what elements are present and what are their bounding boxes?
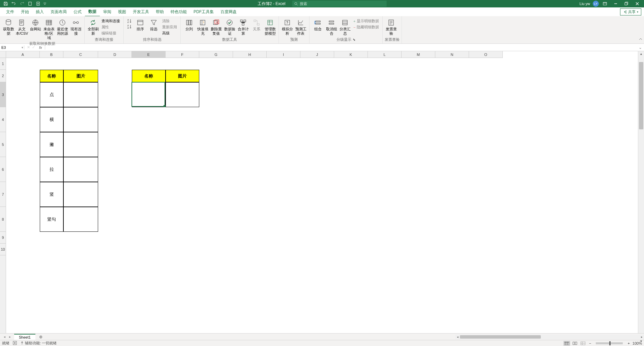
col-header-G[interactable]: G <box>199 51 233 58</box>
scroll-up-button[interactable]: ▲ <box>638 51 644 57</box>
recent-sources-button[interactable]: 最近使用的源 <box>56 18 69 36</box>
page-break-view-button[interactable] <box>580 341 586 346</box>
get-data-button[interactable]: 获取数据 <box>2 18 15 36</box>
cell[interactable]: 拉 <box>40 157 63 182</box>
invoice-check-button[interactable]: 发票查验 <box>385 18 398 36</box>
cell[interactable] <box>63 157 98 182</box>
add-sheet-button[interactable]: ⊕ <box>37 335 44 339</box>
data-model-button[interactable]: 管理数据模型 <box>264 18 276 36</box>
collapse-ribbon-button[interactable] <box>639 37 643 42</box>
cell[interactable]: 图片 <box>166 70 199 82</box>
cell[interactable]: 名称 <box>40 70 63 82</box>
col-header-O[interactable]: O <box>469 51 503 58</box>
filter-button[interactable]: 筛选 <box>147 18 160 32</box>
cells-grid[interactable]: 名称图片点横撇拉竖竖勾名称图片 <box>6 58 638 333</box>
tab-developer[interactable]: 开发工具 <box>129 8 152 16</box>
group-button[interactable]: 组合 <box>312 18 324 32</box>
tab-baidu[interactable]: 百度网盘 <box>217 8 240 16</box>
tab-special[interactable]: 特色功能 <box>167 8 190 16</box>
cell[interactable]: 撇 <box>40 132 63 157</box>
row-header-6[interactable]: 6 <box>0 157 6 182</box>
sheet-nav-next[interactable]: ▸ <box>7 335 12 339</box>
row-header-9[interactable]: 9 <box>0 232 6 244</box>
row-header-10[interactable]: 10 <box>0 244 6 255</box>
cell[interactable]: 名称 <box>132 70 166 82</box>
forecast-sheet-button[interactable]: 预测工作表 <box>294 18 307 36</box>
sheet-tab-sheet1[interactable]: Sheet1 <box>14 334 35 340</box>
ribbon-display-button[interactable] <box>600 1 610 7</box>
col-header-K[interactable]: K <box>334 51 368 58</box>
col-header-M[interactable]: M <box>402 51 435 58</box>
cell[interactable]: 点 <box>40 82 63 107</box>
row-header-2[interactable]: 2 <box>0 70 6 82</box>
search-box[interactable]: 搜索 <box>292 1 386 7</box>
user-avatar[interactable]: LY <box>593 1 599 7</box>
col-header-C[interactable]: C <box>63 51 98 58</box>
undo-button[interactable] <box>10 1 18 7</box>
properties-button[interactable]: 属性 <box>100 24 121 30</box>
tab-file[interactable]: 文件 <box>3 8 18 16</box>
row-header-3[interactable]: 3 <box>0 82 6 107</box>
advanced-filter-button[interactable]: 高级 <box>161 30 178 36</box>
user-name[interactable]: Liu yw <box>580 2 590 6</box>
sort-asc-button[interactable]: AZ <box>126 18 133 24</box>
cell[interactable]: 竖勾 <box>40 207 63 232</box>
row-header-1[interactable]: 1 <box>0 58 6 70</box>
qat-doc1-icon[interactable] <box>26 1 34 7</box>
tab-data[interactable]: 数据 <box>85 7 100 17</box>
restore-button[interactable] <box>622 1 631 7</box>
tab-pdf[interactable]: PDF工具集 <box>190 8 217 16</box>
col-header-F[interactable]: F <box>166 51 199 58</box>
cancel-formula-button[interactable]: ✕ <box>27 45 30 50</box>
expand-formula-button[interactable]: ⌄ <box>637 45 644 50</box>
vertical-scrollbar[interactable]: ▲ ▼ <box>638 51 644 333</box>
ungroup-button[interactable]: 取消组合 <box>325 18 338 36</box>
col-header-J[interactable]: J <box>300 51 334 58</box>
show-detail-button[interactable]: +显示明细数据 <box>352 18 380 24</box>
tab-formulas[interactable]: 公式 <box>70 8 85 16</box>
tab-view[interactable]: 视图 <box>115 8 129 16</box>
cell[interactable] <box>63 132 98 157</box>
macro-record-icon[interactable] <box>13 341 17 346</box>
col-header-D[interactable]: D <box>98 51 132 58</box>
row-header-4[interactable]: 4 <box>0 107 6 132</box>
consolidate-button[interactable]: 合并计算 <box>237 18 250 36</box>
hscroll-thumb[interactable] <box>460 335 541 339</box>
hide-detail-button[interactable]: −隐藏明细数据 <box>352 24 380 30</box>
row-header-7[interactable]: 7 <box>0 182 6 207</box>
scroll-right-button[interactable]: ▸ <box>639 335 644 339</box>
scroll-down-button[interactable]: ▼ <box>638 339 644 344</box>
reapply-button[interactable]: 重新应用 <box>161 24 178 30</box>
col-header-L[interactable]: L <box>368 51 402 58</box>
cell[interactable]: 图片 <box>63 70 98 82</box>
scroll-left-button[interactable]: ◂ <box>455 335 460 339</box>
cell[interactable] <box>63 182 98 207</box>
row-header-5[interactable]: 5 <box>0 132 6 157</box>
minimize-button[interactable] <box>611 1 620 7</box>
page-layout-view-button[interactable] <box>572 341 578 346</box>
tab-insert[interactable]: 插入 <box>32 8 47 16</box>
share-button[interactable]: 共享 ▾ <box>620 8 641 15</box>
text-to-columns-button[interactable]: 分列 <box>183 18 196 32</box>
remove-duplicates-button[interactable]: 删除重复值 <box>210 18 223 36</box>
cell[interactable]: 横 <box>40 107 63 132</box>
row-header-8[interactable]: 8 <box>0 207 6 232</box>
enter-formula-button[interactable]: ✓ <box>32 45 35 50</box>
col-header-N[interactable]: N <box>435 51 469 58</box>
cell[interactable] <box>132 82 166 107</box>
tab-home[interactable]: 开始 <box>18 8 32 16</box>
data-validation-button[interactable]: 数据验证 <box>223 18 236 36</box>
formula-input[interactable] <box>45 45 637 50</box>
col-header-I[interactable]: I <box>267 51 300 58</box>
zoom-slider[interactable] <box>596 342 623 344</box>
existing-conn-button[interactable]: 现有连接 <box>69 18 82 36</box>
col-header-E[interactable]: E <box>132 51 166 58</box>
col-header-H[interactable]: H <box>233 51 267 58</box>
queries-connections-button[interactable]: 查询和连接 <box>100 18 121 24</box>
zoom-out-button[interactable]: − <box>588 341 592 345</box>
col-header-A[interactable]: A <box>6 51 40 58</box>
accessibility-status[interactable]: 辅助功能: 一切就绪 <box>20 341 57 346</box>
tab-pagelayout[interactable]: 页面布局 <box>47 8 70 16</box>
sort-button[interactable]: 排序 <box>134 18 147 32</box>
cell[interactable] <box>63 107 98 132</box>
